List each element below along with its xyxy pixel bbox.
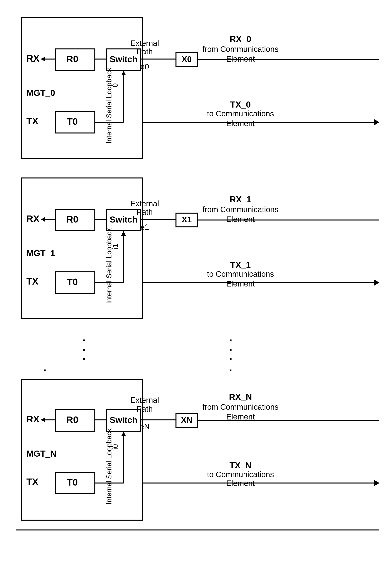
mgtn-label: MGT_N xyxy=(26,449,56,458)
svg-marker-51 xyxy=(374,480,379,486)
t0-label-1: T0 xyxy=(67,277,78,287)
rx-label-n: RX xyxy=(26,414,39,424)
dot6: · xyxy=(229,352,232,364)
svg-marker-20 xyxy=(41,217,45,222)
t0-label-0: T0 xyxy=(67,116,78,127)
rxn-from: from Communications xyxy=(202,403,278,411)
mgt0-label: MGT_0 xyxy=(26,88,55,98)
ext-path-en: eN xyxy=(139,422,150,431)
ext-path-label-nb: Path xyxy=(137,405,153,413)
txn-element: Element xyxy=(226,479,255,487)
switch-label-0: Switch xyxy=(110,54,138,64)
tx1-to: to Communications xyxy=(207,270,274,278)
ext-path-label-n: External xyxy=(130,396,159,404)
svg-marker-15 xyxy=(374,119,379,125)
tx0-element: Element xyxy=(226,119,255,128)
r0-label-1: R0 xyxy=(66,214,78,225)
tx-label-0: TX xyxy=(26,116,38,126)
ext-path-label-1b: Path xyxy=(137,208,153,216)
tx1-element: Element xyxy=(226,280,255,288)
mgt0-block: RX R0 Switch TX T0 xyxy=(16,12,376,172)
svg-marker-38 xyxy=(41,418,45,422)
txn-to: to Communications xyxy=(207,470,274,479)
svg-marker-2 xyxy=(41,57,45,61)
mgtn-block: · · RX R0 Switch TX T0 xyxy=(16,364,376,532)
switch-label-n: Switch xyxy=(110,415,138,425)
svg-marker-10 xyxy=(121,71,126,75)
rx1-from: from Communications xyxy=(202,205,278,214)
rxn-label: RX_N xyxy=(229,392,252,402)
rx0-label: RX_0 xyxy=(230,34,251,44)
x1-label: X1 xyxy=(182,215,192,224)
svg-marker-33 xyxy=(374,280,379,285)
tx0-label: TX_0 xyxy=(230,100,251,109)
dot-n1: · xyxy=(44,365,46,376)
tx-label-1: TX xyxy=(26,276,38,286)
rx0-element: Element xyxy=(226,55,255,63)
switch-label-1: Switch xyxy=(110,215,138,224)
dot3: · xyxy=(83,352,86,364)
loopback-label-1: Internal Serial Loopback xyxy=(105,228,113,304)
xn-label: XN xyxy=(181,415,192,424)
rx1-element: Element xyxy=(226,215,255,224)
mgt1-label: MGT_1 xyxy=(26,248,55,258)
tx1-label: TX_1 xyxy=(230,260,251,270)
rx1-label: RX_1 xyxy=(230,195,251,204)
svg-marker-46 xyxy=(121,432,126,436)
rx0-from: from Communications xyxy=(202,45,278,53)
rxn-element: Element xyxy=(226,412,255,421)
loopback-label-0: Internal Serial Loopback xyxy=(105,67,113,143)
r0-label-n: R0 xyxy=(66,415,78,425)
diagram-container: RX R0 Switch TX T0 xyxy=(0,0,392,544)
t0-label-n: T0 xyxy=(67,477,78,487)
dot-n2: · xyxy=(229,365,232,376)
loopback-path-1: i1 xyxy=(111,244,119,249)
loopback-path-n: i0 xyxy=(111,444,119,449)
ext-path-label-1: External xyxy=(130,199,159,208)
ext-path-e0: e0 xyxy=(140,62,149,71)
txn-label: TX_N xyxy=(229,461,252,470)
rx-label-0: RX xyxy=(26,53,39,64)
tx0-to: to Communications xyxy=(207,109,274,118)
ext-path-e1: e1 xyxy=(140,223,149,231)
dots-separator: · · · · · · xyxy=(16,333,376,364)
ext-path-label-0b: Path xyxy=(137,47,153,56)
r0-label-0: R0 xyxy=(66,54,78,64)
svg-marker-28 xyxy=(121,231,126,236)
loopback-label-n: Internal Serial Loopback xyxy=(105,428,113,504)
mgt1-block: RX R0 Switch TX T0 Internal Serial Loopb… xyxy=(16,172,376,333)
ext-path-label-0: External xyxy=(130,39,159,48)
loopback-path-0: i0 xyxy=(111,83,119,89)
rx-label-1: RX xyxy=(26,214,39,224)
x0-label: X0 xyxy=(182,55,192,64)
tx-label-n: TX xyxy=(26,477,38,487)
